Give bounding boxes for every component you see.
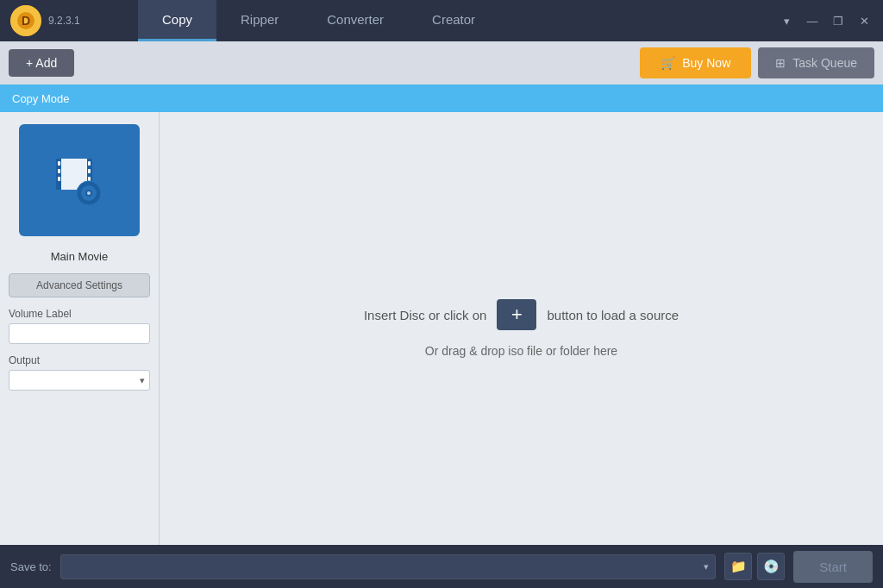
sidebar: Main Movie Advanced Settings Volume Labe… (0, 112, 160, 545)
output-select-wrap: ▾ (9, 370, 150, 391)
volume-label-input[interactable] (9, 323, 150, 344)
output-select[interactable] (9, 370, 150, 391)
tabs: Copy Ripper Converter Creator (138, 0, 774, 41)
svg-point-16 (87, 191, 91, 195)
svg-rect-7 (58, 161, 60, 166)
svg-text:D: D (22, 14, 30, 28)
tab-converter[interactable]: Converter (303, 0, 408, 41)
save-to-label: Save to: (10, 560, 52, 573)
insert-disc-prefix: Insert Disc or click on (364, 308, 487, 322)
volume-label-section: Volume Label (9, 308, 150, 344)
logo-area: D 9.2.3.1 (0, 5, 138, 36)
start-button[interactable]: Start (793, 551, 873, 583)
mode-card[interactable] (19, 124, 140, 236)
svg-rect-12 (88, 177, 91, 181)
folder-browse-button[interactable]: 📁 (724, 553, 752, 580)
drag-drop-text: Or drag & drop iso file or folder here (425, 344, 617, 358)
task-queue-label: Task Queue (792, 56, 857, 70)
toolbar-right: 🛒 Buy Now ⊞ Task Queue (640, 47, 874, 78)
task-queue-button[interactable]: ⊞ Task Queue (758, 47, 874, 78)
bottom-icons: 📁 💿 (724, 553, 785, 580)
copy-mode-label: Copy Mode (12, 92, 69, 105)
minimize-button[interactable]: — (800, 9, 824, 33)
bottom-bar: Save to: ▾ 📁 💿 Start (0, 545, 883, 588)
advanced-settings-button[interactable]: Advanced Settings (9, 273, 150, 297)
svg-rect-10 (88, 161, 91, 166)
dvdfab-logo-icon: D (10, 5, 41, 36)
add-button[interactable]: + Add (9, 49, 74, 77)
cart-icon: 🛒 (661, 56, 675, 70)
dropdown-button[interactable]: ▾ (774, 9, 798, 33)
output-label: Output (9, 354, 150, 366)
insert-disc-suffix: button to load a source (547, 308, 679, 322)
svg-rect-9 (58, 177, 60, 181)
tab-copy[interactable]: Copy (138, 0, 216, 41)
close-button[interactable]: ✕ (852, 9, 876, 33)
svg-rect-8 (58, 169, 60, 173)
disc-button[interactable]: 💿 (757, 553, 785, 580)
restore-button[interactable]: ❐ (826, 9, 850, 33)
mode-label: Main Movie (9, 250, 150, 263)
main-content: Main Movie Advanced Settings Volume Labe… (0, 112, 883, 545)
title-bar: D 9.2.3.1 Copy Ripper Converter Creator … (0, 0, 883, 41)
save-to-input[interactable] (60, 554, 717, 579)
copy-mode-bar: Copy Mode (0, 84, 883, 112)
insert-disc-line: Insert Disc or click on + button to load… (364, 299, 679, 330)
tab-creator[interactable]: Creator (408, 0, 499, 41)
queue-icon: ⊞ (775, 56, 786, 70)
buy-now-label: Buy Now (682, 56, 730, 70)
output-section: Output ▾ (9, 354, 150, 391)
svg-rect-11 (88, 169, 91, 173)
app-version: 9.2.3.1 (48, 15, 80, 27)
toolbar: + Add 🛒 Buy Now ⊞ Task Queue (0, 41, 883, 84)
add-inline-button[interactable]: + (497, 299, 536, 330)
volume-label-text: Volume Label (9, 308, 150, 320)
window-controls: ▾ — ❐ ✕ (774, 9, 883, 33)
buy-now-button[interactable]: 🛒 Buy Now (640, 47, 751, 78)
save-to-input-wrap: ▾ (60, 554, 717, 579)
tab-ripper[interactable]: Ripper (216, 0, 303, 41)
content-area: Insert Disc or click on + button to load… (160, 112, 883, 545)
